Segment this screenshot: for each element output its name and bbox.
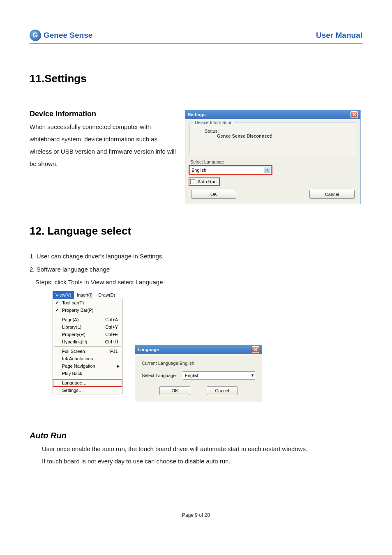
device-info-group-title: Device Information xyxy=(193,120,234,125)
brand-logo-icon: G xyxy=(30,30,41,41)
language-dialog: Language ✕ Current Language:English Sele… xyxy=(135,345,262,402)
menu-item-settings[interactable]: Settings… xyxy=(53,387,122,394)
language-titlebar[interactable]: Language ✕ xyxy=(135,345,262,354)
menu-draw[interactable]: Draw(D) xyxy=(95,291,118,299)
device-info-heading: Device Information xyxy=(30,110,178,118)
autorun-checkbox-label: Auto Run xyxy=(198,179,217,184)
menu-item-fullscreen[interactable]: Full ScreenF11 xyxy=(53,348,122,355)
autorun-checkbox[interactable] xyxy=(190,179,195,184)
section-11-heading: 11.Settings xyxy=(30,72,362,85)
language-select-value: English xyxy=(191,168,206,173)
view-dropdown: Tool bar(T) Property Bar(P) Page(A)Ctrl+… xyxy=(53,299,122,394)
menu-item-playback[interactable]: Play Back xyxy=(53,370,122,377)
menu-view[interactable]: View(V) xyxy=(53,291,74,299)
menu-item-propertybar[interactable]: Property Bar(P) xyxy=(53,306,122,314)
page-footer: Page 9 of 28 xyxy=(0,512,392,518)
menu-insert[interactable]: Insert(I) xyxy=(74,291,95,299)
close-icon[interactable]: ✕ xyxy=(252,346,259,353)
chevron-down-icon[interactable]: ▾ xyxy=(251,373,254,378)
autorun-p2: If touch board is not every day to use c… xyxy=(42,455,362,467)
section12-line3: Steps: click Tools in View and select La… xyxy=(35,276,362,289)
cancel-button[interactable]: Cancel xyxy=(309,190,355,199)
menu-item-library[interactable]: Library(L)Ctrl+Y xyxy=(53,323,122,331)
menu-item-language[interactable]: Language… xyxy=(53,379,122,387)
status-label: Status: xyxy=(205,129,352,134)
section12-line2: 2. Software language change xyxy=(30,263,362,276)
current-language-label: Current Language:English xyxy=(142,361,255,366)
menu-item-page[interactable]: Page(A)Ctrl+A xyxy=(53,316,122,323)
autorun-heading: Auto Run xyxy=(30,431,362,440)
select-language-label: Select Language: xyxy=(142,373,177,378)
section12-line1: 1. User can change driver's language in … xyxy=(30,250,362,263)
status-value: Genee Sense Disconnect! xyxy=(217,134,352,138)
menu-separator xyxy=(54,315,121,315)
brand-name: Genee Sense xyxy=(44,31,92,40)
autorun-p1: User once enable the auto run, the touch… xyxy=(42,443,362,455)
menu-separator xyxy=(54,378,121,378)
language-title: Language xyxy=(138,347,159,352)
menu-item-property[interactable]: Property(R)Ctrl+E xyxy=(53,331,122,338)
chevron-down-icon[interactable]: ▾ xyxy=(264,167,270,173)
autorun-checkbox-row[interactable]: Auto Run xyxy=(189,178,219,185)
doc-type-label: User Manual xyxy=(316,31,362,40)
language-select[interactable]: English ▾ xyxy=(189,166,272,174)
language-select-value: English xyxy=(185,373,200,378)
language-select[interactable]: English ▾ xyxy=(183,371,255,380)
select-language-label: Select Language xyxy=(190,159,355,164)
menubar: View(V) Insert(I) Draw(D) xyxy=(53,291,122,299)
menu-item-toolbar[interactable]: Tool bar(T) xyxy=(53,299,122,306)
ok-button[interactable]: OK xyxy=(159,386,190,395)
ok-button[interactable]: OK xyxy=(191,190,236,199)
menu-item-pagenav[interactable]: Page Navigation xyxy=(53,362,122,370)
device-info-group: Device Information Status: Genee Sense D… xyxy=(189,122,356,155)
menu-item-ink[interactable]: Ink Annotations xyxy=(53,355,122,362)
doc-header: G Genee Sense User Manual xyxy=(30,30,362,44)
view-menu: View(V) Insert(I) Draw(D) Tool bar(T) Pr… xyxy=(53,291,122,394)
section-12-heading: 12. Language select xyxy=(30,225,362,237)
brand: G Genee Sense xyxy=(30,30,92,41)
settings-dialog: Settings ✕ Device Information Status: Ge… xyxy=(185,110,361,204)
menu-separator xyxy=(54,346,121,347)
settings-title: Settings xyxy=(188,112,205,117)
device-info-paragraph: When successfully connected computer wit… xyxy=(30,121,178,170)
cancel-button[interactable]: Cancel xyxy=(207,386,238,395)
menu-item-hyperlink[interactable]: Hyperlink(H)Ctrl+H xyxy=(53,338,122,345)
settings-titlebar[interactable]: Settings ✕ xyxy=(185,110,360,119)
close-icon[interactable]: ✕ xyxy=(350,111,358,118)
